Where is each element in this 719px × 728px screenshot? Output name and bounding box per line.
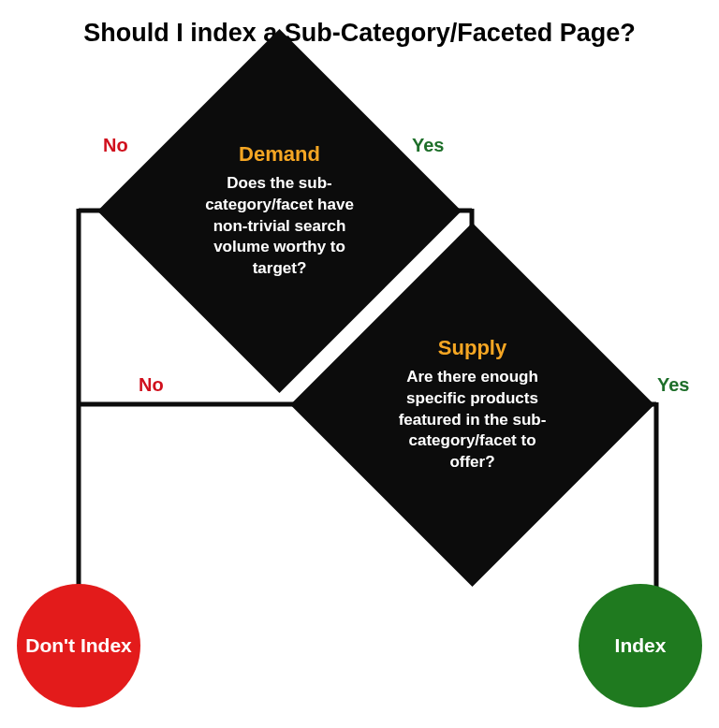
decision-supply-heading: Supply: [437, 335, 506, 359]
edge-supply-yes: Yes: [657, 374, 689, 396]
outcome-index: Index: [579, 584, 702, 707]
decision-demand-body: Does the sub-category/facet have non-tri…: [199, 172, 360, 280]
edge-demand-yes: Yes: [412, 135, 444, 156]
decision-demand-heading: Demand: [239, 141, 320, 166]
outcome-dont-index: Don't Index: [17, 584, 140, 707]
page-title: Should I index a Sub-Category/Faceted Pa…: [0, 19, 719, 48]
edge-supply-no: No: [139, 374, 164, 396]
decision-supply: Supply Are there enough specific product…: [290, 223, 654, 587]
decision-supply-body: Are there enough specific products featu…: [392, 366, 552, 473]
edge-demand-no: No: [103, 135, 128, 156]
